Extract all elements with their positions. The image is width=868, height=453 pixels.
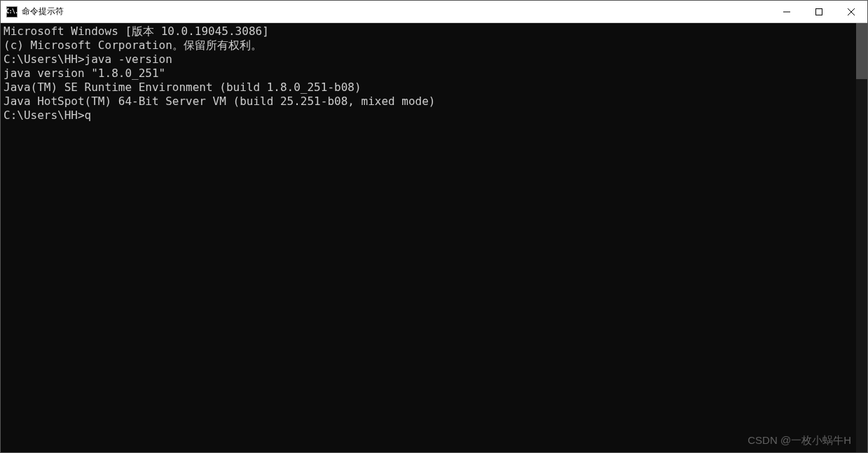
terminal-line: (c) Microsoft Corporation。保留所有权利。 — [4, 39, 853, 53]
svg-rect-1 — [816, 8, 822, 15]
close-icon — [848, 8, 855, 15]
terminal-line: Java(TM) SE Runtime Environment (build 1… — [4, 81, 853, 95]
window-controls — [771, 1, 867, 22]
maximize-icon — [815, 8, 822, 15]
terminal-area[interactable]: Microsoft Windows [版本 10.0.19045.3086](c… — [1, 23, 867, 452]
titlebar-left: C:\. 命令提示符 — [1, 6, 64, 18]
cmd-icon: C:\. — [6, 6, 18, 18]
titlebar: C:\. 命令提示符 — [1, 1, 867, 23]
maximize-button[interactable] — [803, 1, 835, 22]
terminal-line: java version "1.8.0_251" — [4, 67, 853, 81]
scroll-thumb[interactable] — [856, 23, 867, 79]
close-button[interactable] — [835, 1, 867, 22]
window-title: 命令提示符 — [22, 6, 64, 18]
minimize-button[interactable] — [771, 1, 803, 22]
cmd-window: C:\. 命令提示符 Microsoft W — [0, 0, 868, 453]
scrollbar[interactable] — [856, 23, 867, 452]
minimize-icon — [783, 8, 790, 15]
terminal-line: C:\Users\HH>java -version — [4, 53, 853, 67]
terminal-line: C:\Users\HH>q — [4, 109, 853, 123]
cmd-icon-text: C:\. — [6, 8, 18, 15]
terminal-line: Microsoft Windows [版本 10.0.19045.3086] — [4, 25, 853, 39]
terminal-line: Java HotSpot(TM) 64-Bit Server VM (build… — [4, 95, 853, 109]
terminal-content[interactable]: Microsoft Windows [版本 10.0.19045.3086](c… — [1, 23, 856, 452]
